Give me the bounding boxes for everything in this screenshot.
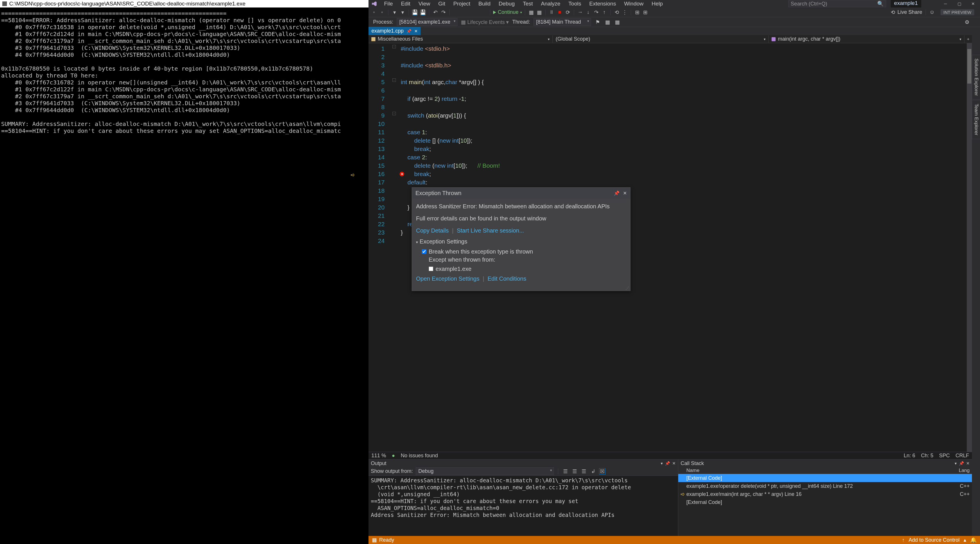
pane-dropdown-icon[interactable]: ▾ — [661, 461, 663, 466]
callstack-row[interactable]: [External Code] — [678, 474, 972, 482]
pane-close-icon[interactable]: ✕ — [966, 461, 970, 466]
nav-function[interactable]: main(int argc, char * argv[]) ▾ — [769, 35, 964, 43]
step-into-icon[interactable]: ↓ — [585, 9, 591, 16]
step-over-icon[interactable]: ↷ — [593, 9, 600, 16]
pane-pin-icon[interactable]: 📌 — [665, 461, 670, 466]
solution-name-tab[interactable]: example1 — [891, 0, 921, 8]
menu-analyze[interactable]: Analyze — [537, 1, 565, 7]
callstack-row[interactable]: [External Code] — [678, 498, 972, 506]
open-exception-settings-link[interactable]: Open Exception Settings — [416, 276, 479, 282]
settings-icon[interactable]: ⚙ — [964, 19, 970, 26]
fold-icon[interactable]: - — [392, 78, 396, 82]
menu-test[interactable]: Test — [519, 1, 537, 7]
output-tb-icon-2[interactable]: ☰ — [571, 468, 578, 475]
source-control-button[interactable]: Add to Source Control — [908, 537, 959, 543]
console-titlebar[interactable]: C:\MSDN\cpp-docs-pr\docs\c-language\ASAN… — [0, 0, 369, 8]
exception-settings-label[interactable]: Exception Settings — [420, 238, 468, 245]
liveshare-session-link[interactable]: Start Live Share session... — [457, 227, 524, 234]
tb-icon-6[interactable]: ⊞ — [642, 9, 648, 16]
nav-plus-icon[interactable]: ＋ — [964, 37, 972, 42]
menu-help[interactable]: Help — [648, 1, 667, 7]
menu-extensions[interactable]: Extensions — [585, 1, 620, 7]
nav-fwd-icon[interactable]: ◦ — [379, 9, 385, 16]
pause-icon[interactable]: ⏸ — [549, 9, 555, 16]
copy-details-link[interactable]: Copy Details — [416, 227, 449, 234]
step-next-icon[interactable]: → — [577, 9, 583, 16]
stop-icon[interactable]: ■ — [557, 9, 563, 16]
error-indicator-icon[interactable]: ✕ — [399, 172, 404, 176]
menu-file[interactable]: File — [380, 1, 397, 7]
team-explorer-tab[interactable]: Team Explorer — [972, 100, 980, 139]
save-all-icon[interactable]: 💾 — [420, 9, 426, 16]
feedback-icon[interactable]: ☺ — [929, 9, 934, 15]
menu-view[interactable]: View — [414, 1, 434, 7]
zoom-level[interactable]: 111 % — [371, 453, 386, 459]
console-output[interactable]: ========================================… — [0, 8, 369, 544]
output-wrap-icon[interactable]: ↲ — [590, 468, 596, 475]
menu-git[interactable]: Git — [434, 1, 449, 7]
open-icon[interactable]: ▾ — [399, 9, 406, 16]
break-checkbox[interactable] — [422, 249, 426, 254]
resize-grip-icon[interactable]: ⋰ — [412, 286, 630, 291]
nav-scope[interactable]: (Global Scope) ▾ — [553, 35, 769, 43]
fold-icon[interactable]: - — [392, 45, 396, 48]
pane-pin-icon[interactable]: 📌 — [959, 461, 964, 466]
exception-header[interactable]: Exception Thrown 📌 ✕ — [412, 188, 630, 199]
process-combo[interactable]: [58104] example1.exe — [397, 18, 457, 26]
tb-icon-2[interactable]: ▦ — [536, 9, 542, 16]
menu-build[interactable]: Build — [474, 1, 495, 7]
continue-button[interactable]: Continue ▾ — [493, 9, 522, 15]
callstack-columns[interactable]: Name Lang — [678, 467, 972, 474]
lifecycle-label[interactable]: Lifecycle Events — [467, 19, 505, 25]
chevron-down-icon[interactable]: ▾ — [416, 240, 418, 244]
vs-titlebar[interactable]: File Edit View Git Project Build Debug T… — [369, 0, 980, 8]
chevron-up-icon[interactable]: ▴ — [964, 537, 966, 543]
save-icon[interactable]: 💾 — [412, 9, 418, 16]
thread-combo[interactable]: [8184] Main Thread — [533, 18, 591, 26]
tb2-icon-1[interactable]: ▦ — [604, 19, 611, 26]
undo-icon[interactable]: ↶ — [432, 9, 439, 16]
menu-tools[interactable]: Tools — [564, 1, 585, 7]
callstack-row[interactable]: example1.exe!operator delete(void * ptr,… — [678, 482, 972, 490]
close-button[interactable]: ✕ — [966, 2, 980, 6]
output-header[interactable]: Output ▾ 📌 ✕ — [369, 459, 678, 467]
minimize-button[interactable]: ─ — [939, 2, 952, 6]
new-icon[interactable]: ▾ — [391, 9, 398, 16]
notifications-icon[interactable]: 🔔 — [970, 537, 977, 543]
col-pos[interactable]: Ch: 5 — [921, 453, 933, 459]
exception-pin-icon[interactable]: 📌 — [614, 190, 620, 196]
nav-back-icon[interactable]: ◦ — [371, 9, 377, 16]
fold-gutter[interactable]: - - - — [391, 43, 398, 452]
pin-icon[interactable]: 📌 — [407, 29, 411, 34]
menu-project[interactable]: Project — [449, 1, 474, 7]
indent-mode[interactable]: SPC — [939, 453, 950, 459]
redo-icon[interactable]: ↷ — [440, 9, 447, 16]
callstack-header[interactable]: Call Stack ▾ 📌 ✕ — [678, 459, 972, 467]
fold-icon[interactable]: - — [392, 112, 396, 115]
eol-mode[interactable]: CRLF — [956, 453, 969, 459]
callstack-row[interactable]: ➪ example1.exe!main(int argc, char * * a… — [678, 490, 972, 498]
nav-project[interactable]: Miscellaneous Files ▾ — [369, 35, 553, 43]
liveshare-button[interactable]: Live Share — [897, 9, 922, 15]
tb-icon-1[interactable]: ▦ — [528, 9, 535, 16]
output-tb-icon-1[interactable]: ☰ — [562, 468, 569, 475]
issues-label[interactable]: No issues found — [401, 453, 438, 459]
line-pos[interactable]: Ln: 6 — [904, 453, 915, 459]
editor-scrollbar[interactable] — [967, 43, 972, 452]
output-clear-icon[interactable]: ☒ — [599, 468, 605, 475]
doc-tab-example1[interactable]: example1.cpp 📌 ✕ — [369, 27, 421, 35]
solution-explorer-tab[interactable]: Solution Explorer — [972, 55, 980, 99]
tb-icon-4[interactable]: ⋮ — [622, 9, 628, 16]
restart-icon[interactable]: ⟳ — [565, 9, 571, 16]
pane-dropdown-icon[interactable]: ▾ — [955, 461, 957, 466]
exception-close-icon[interactable]: ✕ — [623, 190, 627, 196]
menu-edit[interactable]: Edit — [397, 1, 415, 7]
tb-icon-5[interactable]: ⊞ — [634, 9, 640, 16]
module-checkbox[interactable] — [429, 266, 433, 271]
tb-icon-3[interactable]: ⟲ — [614, 9, 620, 16]
step-out-icon[interactable]: ↑ — [601, 9, 608, 16]
pane-close-icon[interactable]: ✕ — [672, 461, 676, 466]
menu-window[interactable]: Window — [620, 1, 648, 7]
menu-debug[interactable]: Debug — [495, 1, 519, 7]
code-editor[interactable]: 123456789101112131415161718192021222324 … — [369, 43, 972, 452]
